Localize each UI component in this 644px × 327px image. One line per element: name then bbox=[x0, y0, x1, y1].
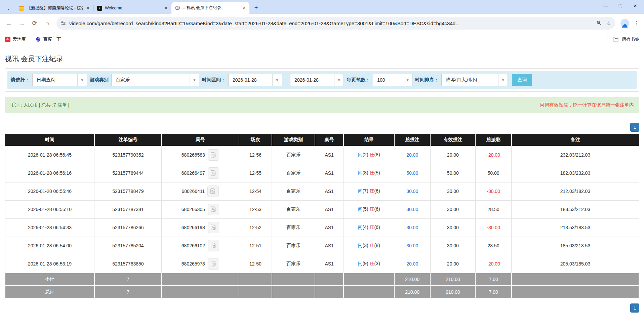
table-row: 2026-01-28 06:54:00523157785204680266102… bbox=[5, 237, 639, 255]
minimize-icon[interactable]: — bbox=[599, 1, 612, 11]
col-header-game: 游戏类别 bbox=[272, 134, 315, 146]
cell-session: 12-51 bbox=[239, 237, 272, 255]
cell-time: 2026-01-28 06:53:19 bbox=[5, 255, 94, 273]
cell-bet-id: 523157788479 bbox=[94, 182, 162, 200]
back-icon[interactable]: ← bbox=[3, 17, 15, 29]
chevron-down-icon: ▼ bbox=[334, 74, 344, 86]
date-start-select[interactable]: 2026-01-28 ▼ bbox=[228, 74, 282, 86]
banker-result: 庄 bbox=[369, 243, 374, 248]
player-result: 闲 bbox=[358, 206, 362, 212]
game-type-select[interactable]: 百家乐 ▼ bbox=[111, 74, 199, 86]
per-page-select[interactable]: 100 ▼ bbox=[373, 74, 412, 86]
browser-tab-active[interactable]: :::视讯 会员下注纪录::: ✕ bbox=[171, 2, 249, 14]
tab-title: Welcome bbox=[105, 6, 161, 10]
page-1-button[interactable]: 1 bbox=[630, 123, 639, 132]
cell-payout: -20.00 bbox=[475, 146, 512, 164]
close-icon[interactable]: ✕ bbox=[85, 5, 91, 11]
cell-valid-bet: 30.00 bbox=[430, 182, 475, 200]
round-number: 680266102 bbox=[182, 243, 205, 248]
cell-round: 680266583 bbox=[162, 146, 239, 164]
browser-tab-2[interactable]: ✦ Welcome ✕ bbox=[93, 2, 171, 14]
cell-round: 680266497 bbox=[162, 164, 239, 182]
cell-game: 百家乐 bbox=[272, 164, 315, 182]
profile-avatar[interactable] bbox=[620, 19, 629, 28]
banker-result: 庄 bbox=[369, 188, 374, 194]
cell-result: 闲(8) 庄(5) bbox=[344, 164, 394, 182]
home-icon[interactable]: ⌂ bbox=[42, 17, 53, 29]
cell-valid-bet: 50.00 bbox=[430, 164, 475, 182]
url-bar[interactable]: videoie.com/game/betrecord_search/kind3?… bbox=[56, 17, 615, 30]
cell-session: 12-54 bbox=[239, 182, 272, 200]
cell-valid-bet: 20.00 bbox=[430, 255, 475, 273]
date-end-select[interactable]: 2026-01-28 ▼ bbox=[290, 74, 344, 86]
cell-time: 2026-01-28 06:55:10 bbox=[5, 200, 94, 218]
all-bookmarks[interactable]: 所有书签 bbox=[607, 36, 639, 43]
sort-label: 时间排序： bbox=[415, 77, 439, 83]
cell-table-no: AS1 bbox=[315, 182, 344, 200]
cell-payout: -20.00 bbox=[475, 255, 512, 273]
chevron-down-icon: ▼ bbox=[498, 74, 508, 86]
page-1-button[interactable]: 1 bbox=[630, 303, 639, 313]
browser-menu-icon[interactable]: ⋮ bbox=[633, 20, 641, 26]
forward-icon[interactable]: → bbox=[16, 17, 28, 29]
cell-session: 12-52 bbox=[239, 218, 272, 237]
game-type-label: 游戏类别 bbox=[90, 77, 109, 83]
query-type-select[interactable]: 日期查询 ▼ bbox=[32, 74, 87, 86]
cell-round: 680266411 bbox=[162, 182, 239, 200]
date-range-label: 时间区间： bbox=[202, 77, 226, 83]
per-page-label: 每页笔数： bbox=[347, 77, 370, 83]
cell-note: 182.03/232.03 bbox=[512, 164, 639, 182]
subtotal-count: 7 bbox=[94, 273, 162, 286]
close-icon[interactable]: ✕ bbox=[241, 5, 247, 10]
cell-note: 185.03/213.53 bbox=[512, 237, 639, 255]
cell-time: 2026-01-28 06:54:00 bbox=[5, 237, 94, 255]
browser-tab-1[interactable]: 【新提醒】海燕策略论坛 - 综合 ✕ bbox=[15, 2, 93, 14]
video-replay-icon[interactable] bbox=[208, 258, 219, 270]
cell-bet-id: 523157790352 bbox=[94, 146, 162, 164]
cell-table-no: AS1 bbox=[315, 218, 344, 237]
search-button[interactable]: 查询 bbox=[512, 74, 532, 86]
reload-icon[interactable]: ⟳ bbox=[29, 17, 40, 29]
close-icon[interactable]: ✕ bbox=[163, 5, 169, 11]
table-row: 2026-01-28 06:53:19523157783850680265978… bbox=[5, 255, 639, 273]
all-bookmarks-label: 所有书签 bbox=[622, 36, 639, 42]
url-text[interactable]: videoie.com/game/betrecord_search/kind3?… bbox=[69, 21, 592, 26]
cell-session: 12-50 bbox=[239, 255, 272, 273]
cell-total-bet[interactable]: 20.00 bbox=[394, 255, 431, 273]
banker-result: 庄 bbox=[369, 170, 374, 175]
round-number: 680266497 bbox=[182, 170, 205, 176]
video-replay-icon[interactable] bbox=[208, 240, 219, 251]
zoom-icon[interactable]: 🔍︎ bbox=[596, 20, 602, 26]
cell-total-bet[interactable]: 30.00 bbox=[394, 218, 431, 237]
cell-total-bet[interactable]: 30.00 bbox=[394, 182, 431, 200]
cell-session: 12-55 bbox=[239, 164, 272, 182]
video-replay-icon[interactable] bbox=[208, 204, 219, 215]
video-replay-icon[interactable] bbox=[208, 167, 219, 179]
cell-result: 闲(3) 庄(8) bbox=[344, 237, 394, 255]
tab-search-button[interactable]: ⌄ bbox=[3, 3, 14, 13]
video-replay-icon[interactable] bbox=[207, 186, 219, 197]
bookmark-item-taobao[interactable]: 淘 爱淘宝 bbox=[5, 36, 26, 42]
bookmark-item-baidu[interactable]: du 百度一下 bbox=[35, 36, 61, 42]
total-label: 总计 bbox=[5, 286, 94, 298]
folder-icon bbox=[613, 37, 618, 42]
maximize-icon[interactable]: ▢ bbox=[614, 1, 627, 11]
col-header-table: 桌号 bbox=[315, 134, 344, 146]
cell-total-bet[interactable]: 30.00 bbox=[394, 200, 431, 218]
bookmark-star-icon[interactable]: ☆ bbox=[606, 20, 611, 27]
cell-session: 12-53 bbox=[239, 200, 272, 218]
cell-total-bet[interactable]: 50.00 bbox=[394, 164, 431, 182]
page-content: 视讯 会员下注纪录 请选择： 日期查询 ▼ 游戏类别 百家乐 ▼ 时间区间： 2… bbox=[0, 54, 644, 313]
cell-total-bet[interactable]: 30.00 bbox=[394, 237, 431, 255]
sort-select[interactable]: 降幂(由大到小) ▼ bbox=[441, 74, 508, 86]
site-settings-icon[interactable] bbox=[61, 21, 66, 26]
video-replay-icon[interactable] bbox=[208, 149, 219, 161]
video-replay-icon[interactable] bbox=[208, 222, 219, 233]
cell-round: 680266102 bbox=[162, 237, 239, 255]
cell-table-no: AS1 bbox=[315, 255, 344, 273]
cell-session: 12-56 bbox=[239, 146, 272, 164]
cell-total-bet[interactable]: 20.00 bbox=[394, 146, 431, 164]
close-window-icon[interactable]: ✕ bbox=[629, 1, 642, 11]
player-result: 闲 bbox=[358, 261, 362, 266]
new-tab-button[interactable]: + bbox=[251, 3, 261, 12]
